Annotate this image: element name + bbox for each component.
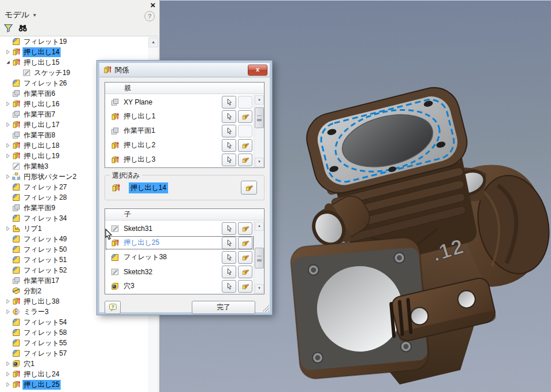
search-binoculars-icon[interactable] [18,23,28,33]
tree-item-label[interactable]: フィレット57 [23,349,68,359]
tree-expand-icon[interactable] [5,360,12,367]
relation-row[interactable]: 押し出し25 [105,236,254,250]
scroll-up-icon[interactable]: ▲ [255,95,264,104]
relation-row-label[interactable]: 押し出し1 [124,111,222,121]
tree-item-label[interactable]: スケッチ19 [33,68,71,78]
tree-expand-icon[interactable] [5,100,12,107]
relation-row-label[interactable]: Sketch32 [124,268,222,276]
tree-item-label[interactable]: 円形状パターン2 [23,172,78,182]
tree-expand-icon[interactable] [5,371,12,378]
relation-row-label[interactable]: 押し出し2 [124,140,222,150]
tree-item-label[interactable]: 作業平面9 [23,203,57,213]
resize-grip[interactable] [262,305,269,312]
tree-item-label[interactable]: フィレット26 [23,79,68,88]
tree-item-label[interactable]: 押し出し25 [23,380,61,390]
tree-item-label[interactable]: 押し出し19 [23,151,61,161]
tree-item-label[interactable]: 押し出し18 [23,141,61,151]
tree-expand-icon[interactable] [5,48,12,55]
tree-item-label[interactable]: フィレット50 [23,245,68,255]
select-in-window-button[interactable] [222,139,236,152]
tree-expand-icon[interactable] [5,121,12,128]
select-in-window-button[interactable] [222,96,236,109]
panel-title[interactable]: モデル [5,10,29,20]
tree-expand-icon[interactable] [5,225,12,232]
relation-row-label[interactable]: Sketch31 [124,225,222,233]
tree-item-label[interactable]: 作業平面7 [23,110,57,120]
select-in-window-button[interactable] [222,110,236,123]
panel-close-icon[interactable]: × [150,1,155,9]
tree-expand-icon[interactable] [5,142,12,149]
scroll-down-icon[interactable]: ▼ [255,158,264,167]
edit-feature-button[interactable] [238,251,252,264]
tree-expand-icon[interactable] [5,298,12,305]
relation-row-label[interactable]: 穴3 [124,281,222,291]
relation-row[interactable]: 穴3 [105,279,254,293]
relation-row[interactable]: Sketch32 [105,264,254,279]
edit-feature-button[interactable] [238,154,252,166]
edit-feature-button[interactable] [241,181,257,195]
panel-help-icon[interactable]: ? [144,11,155,21]
done-button[interactable]: 完了 [192,301,255,314]
relation-row[interactable]: 押し出し2 [105,138,254,152]
tree-item[interactable]: フィレット19 [0,36,148,47]
scrollbar-thumb[interactable] [255,248,264,268]
tree-item-label[interactable]: 押し出し38 [23,297,61,307]
filter-icon[interactable] [3,23,13,33]
tree-item-label[interactable]: ミラー3 [23,307,50,317]
scroll-down-icon[interactable]: ▼ [255,284,264,293]
relation-row[interactable]: 押し出し3 [105,152,254,167]
dialog-titlebar[interactable]: 関係 x [99,63,270,77]
tree-item-label[interactable]: フィレット54 [23,318,68,327]
relation-row-label[interactable]: 押し出し25 [124,238,222,248]
tree-item-label[interactable]: 押し出し17 [23,120,61,130]
relation-row-label[interactable]: 作業平面1 [124,126,222,136]
tree-item-label[interactable]: フィレット19 [23,37,68,47]
select-in-window-button[interactable] [222,251,236,264]
tree-item[interactable]: フィレット57 [0,348,148,359]
tree-item-label[interactable]: フィレット49 [23,234,68,244]
scroll-up-icon[interactable]: ▲ [148,38,158,47]
relation-row[interactable]: フィレット38 [105,250,254,264]
tree-expand-icon[interactable] [5,173,12,180]
tree-item-label[interactable]: フィレット55 [23,338,68,348]
tree-expand-icon[interactable] [5,381,12,388]
tree-item-label[interactable]: 押し出し14 [23,47,61,57]
selected-feature-label[interactable]: 押し出し14 [129,182,168,193]
edit-feature-button[interactable] [238,280,252,293]
tree-expand-icon[interactable] [5,152,12,159]
relation-row[interactable]: 押し出し1 [105,109,254,124]
tree-item-label[interactable]: 押し出し24 [23,369,61,379]
edit-feature-button[interactable] [238,222,252,235]
tree-item-label[interactable]: 作業平面8 [23,130,57,140]
relation-row-label[interactable]: フィレット38 [124,252,222,262]
tree-item[interactable]: 押し出し24 [0,369,148,379]
chevron-down-icon[interactable]: ▼ [32,13,37,18]
tree-item[interactable]: フィレット54 [0,317,148,327]
scroll-up-icon[interactable]: ▲ [255,222,264,231]
select-in-window-button[interactable] [222,125,236,137]
tree-item-label[interactable]: 作業平面17 [23,276,60,286]
relation-row[interactable]: 作業平面1 [105,124,254,138]
edit-feature-button[interactable] [238,266,252,278]
edit-feature-button[interactable] [238,237,252,249]
tree-item-label[interactable]: 押し出し15 [23,58,61,68]
tree-item-label[interactable]: 作業軸3 [23,162,50,171]
tree-item[interactable]: 押し出し14 [0,47,148,57]
tree-item-label[interactable]: 分割2 [23,286,43,296]
tree-expand-icon[interactable] [5,59,12,66]
relation-row[interactable]: Sketch31 [105,221,254,236]
help-button[interactable]: ? [105,301,121,314]
select-in-window-button[interactable] [222,222,236,235]
tree-item-label[interactable]: フィレット51 [23,255,68,265]
tree-item-label[interactable]: 作業平面6 [23,89,57,99]
select-in-window-button[interactable] [222,154,236,166]
select-in-window-button[interactable] [222,266,236,278]
tree-item-label[interactable]: 穴1 [23,359,36,369]
tree-item[interactable]: 穴1 [0,359,148,369]
tree-item-label[interactable]: フィレット58 [23,328,68,338]
edit-feature-button[interactable] [238,110,252,123]
dialog-close-button[interactable]: x [248,65,267,76]
tree-item-label[interactable]: フィレット27 [23,182,68,192]
parents-scrollbar[interactable]: ▲ ▼ [254,95,264,167]
relation-row[interactable]: XY Plane [105,95,254,109]
